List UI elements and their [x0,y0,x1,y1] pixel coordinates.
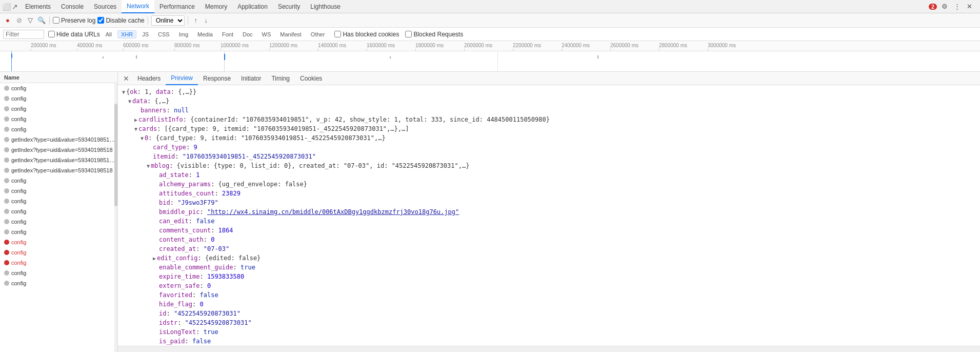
record-button[interactable]: ● [3,16,12,25]
expand-icon[interactable]: ▼ [141,134,144,142]
filter-type-other[interactable]: Other [307,30,329,38]
tab-timing[interactable]: Timing [266,72,295,85]
req-name-text: getIndex?type=uid&value=59340198518 [11,147,115,153]
tab-preview[interactable]: Preview [166,72,198,85]
list-item[interactable]: config [0,237,117,247]
req-status-icon [4,240,9,245]
close-devtools-button[interactable]: ✕ [965,2,974,11]
tab-console[interactable]: Console [56,0,89,13]
list-item[interactable]: config [0,104,117,114]
tab-initiator[interactable]: Initiator [236,72,266,85]
req-name-text: config [11,260,115,266]
tab-cookies[interactable]: Cookies [295,72,327,85]
preview-close-button[interactable]: ✕ [120,74,132,83]
preserve-log-label[interactable]: Preserve log [53,17,95,24]
stop-button[interactable]: ⊘ [14,16,24,25]
filter-type-js[interactable]: JS [138,30,152,38]
list-item[interactable]: config [0,206,117,217]
json-line: card_type : 9 [118,143,980,152]
expand-icon[interactable]: ▶ [153,255,156,262]
tab-memory[interactable]: Memory [200,0,232,13]
req-status-icon [4,281,9,286]
hide-data-urls-label[interactable]: Hide data URLs [48,31,100,38]
hide-data-urls-checkbox[interactable] [48,31,55,37]
filter-type-all[interactable]: All [102,30,115,38]
settings-button[interactable]: ⚙ [940,2,949,11]
timeline-bar-4 [224,54,225,60]
tab-network[interactable]: Network [122,0,154,13]
preview-scrollbar[interactable] [118,346,980,352]
list-item[interactable]: config [0,247,117,258]
json-line: ▼ mblog : {visible: {type: 0, list_id: 0… [118,161,980,170]
tab-sources[interactable]: Sources [89,0,122,13]
filter-input[interactable] [3,30,44,39]
json-line: bid : "J9swo3F79" [118,198,980,207]
list-item[interactable]: config [0,217,117,227]
list-item[interactable]: config [0,175,117,186]
tab-application[interactable]: Application [232,0,273,13]
tab-elements[interactable]: Elements [20,0,56,13]
req-status-icon [4,116,9,122]
list-item[interactable]: getIndex?type=uid&value=59340198518 [0,165,117,175]
blocked-requests-checkbox[interactable] [405,31,412,37]
disable-cache-label[interactable]: Disable cache [97,17,144,24]
disable-cache-checkbox[interactable] [97,17,104,24]
search-button[interactable]: 🔍 [37,16,46,25]
filter-type-xhr[interactable]: XHR [117,30,136,38]
list-item[interactable]: config [0,227,117,237]
expand-icon[interactable]: ▼ [134,125,137,133]
tab-performance[interactable]: Performance [154,0,200,13]
req-status-icon [4,147,9,152]
scrollbar-thumb[interactable] [114,104,117,206]
filter-type-font[interactable]: Font [218,30,237,38]
list-item[interactable]: getIndex?type=uid&value=59340198518 [0,145,117,155]
filter-type-css[interactable]: CSS [154,30,173,38]
has-blocked-label[interactable]: Has blocked cookies [334,31,399,38]
req-name-text: config [11,249,115,256]
list-item[interactable]: config [0,278,117,288]
throttle-select[interactable]: Online [151,15,185,26]
list-item[interactable]: config [0,268,117,278]
list-item[interactable]: getIndex?type=uid&value=59340198518&co [0,134,117,145]
tick-400: 400000 ms [77,43,102,48]
import-button[interactable]: ↑ [191,16,201,25]
list-item[interactable]: config [0,196,117,206]
export-button[interactable]: ↓ [202,16,211,25]
preserve-log-checkbox[interactable] [53,17,59,24]
preview-panel: ✕ Headers Preview Response Initiator Tim… [118,72,980,352]
requests-header: Name [0,72,117,83]
expand-icon[interactable]: ▼ [147,162,150,170]
json-url-link[interactable]: "http://wx4.sinaimg.cn/bmiddle/006tAxDBg… [207,207,459,217]
divider-2 [148,16,148,25]
list-item[interactable]: config [0,186,117,196]
filter-type-img[interactable]: Img [175,30,192,38]
list-item[interactable]: getIndex?type=uid&value=59340198518&co [0,155,117,165]
has-blocked-checkbox[interactable] [334,31,341,37]
preview-content[interactable]: ▼ { ok : 1, data : {,…}} ▼ data : {,…} b… [118,85,980,346]
tick-2000: 2000000 ms [464,43,492,48]
list-item[interactable]: config [0,258,117,268]
expand-icon[interactable]: ▶ [134,116,137,124]
filter-type-media[interactable]: Media [194,30,216,38]
tab-security[interactable]: Security [273,0,305,13]
more-button[interactable]: ⋮ [952,2,962,11]
tab-lighthouse[interactable]: Lighthouse [305,0,346,13]
list-item[interactable]: config [0,83,117,93]
expand-icon[interactable]: ▼ [128,97,131,105]
list-item[interactable]: config [0,93,117,104]
filter-type-ws[interactable]: WS [258,30,275,38]
json-line: banners : null [118,106,980,115]
tab-headers[interactable]: Headers [132,72,166,85]
filter-button[interactable]: ▽ [26,16,35,25]
requests-list[interactable]: config config config config config getIn… [0,83,117,352]
list-item[interactable]: config [0,114,117,124]
tab-response[interactable]: Response [198,72,236,85]
filter-type-doc[interactable]: Doc [239,30,256,38]
filter-type-manifest[interactable]: Manifest [276,30,305,38]
list-item[interactable]: config [0,124,117,134]
timeline-chart[interactable] [0,51,980,72]
has-blocked-text: Has blocked cookies [343,31,399,38]
blocked-requests-label[interactable]: Blocked Requests [405,31,463,38]
network-toolbar: ● ⊘ ▽ 🔍 Preserve log Disable cache Onlin… [0,13,980,28]
expand-icon[interactable]: ▼ [122,88,125,96]
